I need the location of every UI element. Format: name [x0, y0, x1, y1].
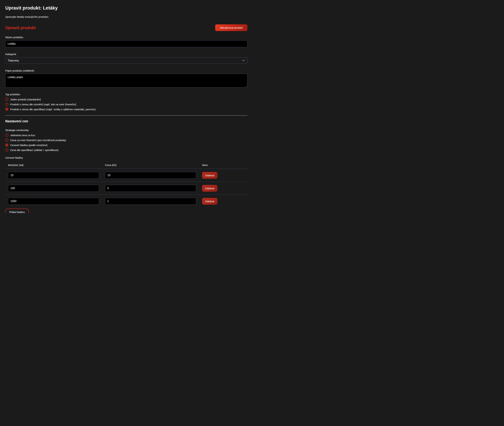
strategy-option-tiers[interactable]: Cenové hladiny (podle množství)	[5, 143, 247, 147]
page-subtitle: Spravujte detaily existujícího produktu.	[5, 15, 247, 18]
tier-quantity-input[interactable]	[8, 172, 99, 179]
price-tiers-header-row: Množství (od) Cena (Kč) Akce	[5, 161, 247, 169]
form-section-heading: Upravit produkt	[5, 25, 36, 30]
radio-option-label: Produkt s cenou dle rozměrů (např. tisk …	[10, 103, 76, 106]
pricing-strategy-label: Strategie cenotvorby	[5, 129, 247, 132]
product-type-option-dimensions[interactable]: Produkt s cenou dle rozměrů (např. tisk …	[5, 103, 247, 106]
product-type-option-single[interactable]: Jeden produkt (standardní)	[5, 98, 247, 101]
strategy-option-per-sqm[interactable]: Cena za metr čtvereční (pro rozměrové pr…	[5, 139, 247, 142]
tier-price-input[interactable]	[105, 198, 196, 205]
product-type-radio-group: Jeden produkt (standardní) Produkt s cen…	[5, 98, 247, 111]
tier-price-input[interactable]	[105, 185, 196, 192]
update-product-button[interactable]: Aktualizovat produkt	[215, 24, 247, 31]
radio-option-label: Jednotná cena za kus	[10, 134, 35, 137]
radio-icon[interactable]	[5, 139, 8, 142]
tier-quantity-input[interactable]	[8, 198, 99, 205]
product-name-input[interactable]	[5, 40, 247, 47]
tier-price-input[interactable]	[105, 172, 196, 179]
edit-product-page: Upravit produkt: Letáky Spravujte detail…	[0, 0, 252, 213]
remove-tier-button[interactable]: Odebrat	[202, 185, 217, 192]
table-row: Odebrat	[5, 195, 247, 207]
radio-option-label: Produkt s cenou dle specifikací (např. v…	[10, 108, 96, 111]
strategy-option-unit-price[interactable]: Jednotná cena za kus	[5, 134, 247, 137]
description-label: Popis produktu (volitelné)	[5, 69, 247, 72]
description-textarea[interactable]: Letáky popis	[5, 74, 247, 87]
strategy-option-specifications[interactable]: Cena dle specifikací (základ + specifika…	[5, 149, 247, 151]
form-header-row: Upravit produkt Aktualizovat produkt	[5, 24, 247, 31]
price-tiers-label: Cenové hladiny	[5, 156, 247, 159]
category-select-wrap: Tiskoviny	[5, 57, 247, 64]
price-tiers-table: Množství (od) Cena (Kč) Akce Odebrat Ode…	[5, 161, 247, 207]
remove-tier-button[interactable]: Odebrat	[202, 172, 217, 179]
product-type-label: Typ produktu	[5, 93, 247, 96]
product-type-option-specifications[interactable]: Produkt s cenou dle specifikací (např. v…	[5, 108, 247, 111]
radio-option-label: Jeden produkt (standardní)	[10, 98, 41, 101]
category-select[interactable]: Tiskoviny	[5, 57, 247, 64]
radio-icon[interactable]	[5, 98, 8, 101]
radio-option-label: Cena za metr čtvereční (pro rozměrové pr…	[10, 139, 66, 142]
radio-icon[interactable]	[5, 143, 8, 147]
add-tier-button[interactable]: Přidat hladinu	[5, 209, 29, 213]
product-name-label: Název produktu	[5, 36, 247, 39]
column-header-action: Akce	[202, 163, 247, 166]
column-header-price: Cena (Kč)	[105, 163, 196, 166]
table-row: Odebrat	[5, 182, 247, 195]
column-header-quantity: Množství (od)	[8, 163, 99, 166]
radio-icon[interactable]	[5, 149, 8, 151]
radio-icon[interactable]	[5, 108, 8, 111]
page-title: Upravit produkt: Letáky	[5, 6, 247, 11]
radio-option-label: Cena dle specifikací (základ + specifika…	[10, 149, 58, 151]
tier-quantity-input[interactable]	[8, 185, 99, 192]
radio-icon[interactable]	[5, 134, 8, 137]
pricing-strategy-radio-group: Jednotná cena za kus Cena za metr čtvere…	[5, 134, 247, 151]
radio-icon[interactable]	[5, 103, 8, 106]
pricing-section-heading: Nastavení cen	[5, 119, 247, 123]
category-label: Kategorie	[5, 53, 247, 56]
table-row: Odebrat	[5, 169, 247, 182]
radio-option-label: Cenové hladiny (podle množství)	[10, 144, 47, 147]
remove-tier-button[interactable]: Odebrat	[202, 198, 217, 205]
